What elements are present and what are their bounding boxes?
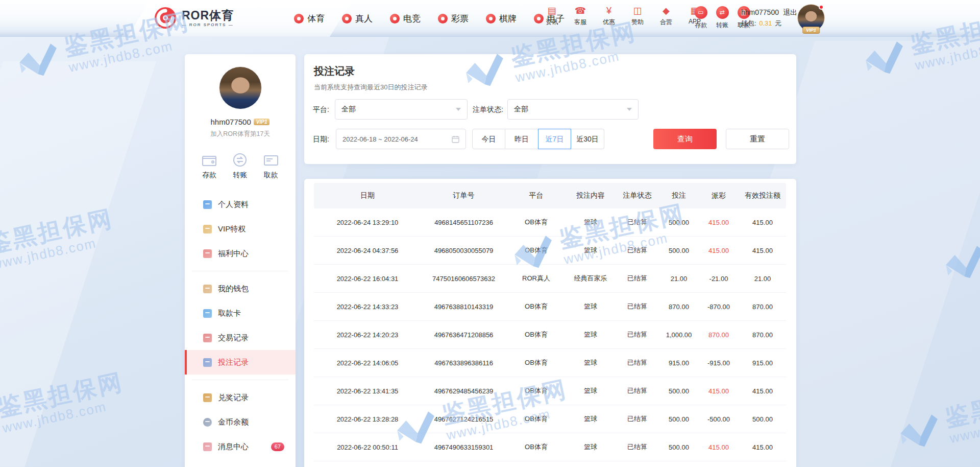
nav-avatar[interactable]: VIP1 <box>797 4 825 32</box>
nav-item-live[interactable]: 真人 <box>342 13 373 25</box>
nav-item-label: 棋牌 <box>499 13 517 25</box>
calendar-icon <box>452 135 459 143</box>
table-row[interactable]: 2022-06-22 16:04:3174750160606573632ROR真… <box>314 265 786 293</box>
cell-bet: 1,000.00 <box>659 331 698 339</box>
sidebar-menu: 个人资料VIP特权福利中心我的钱包取款卡交易记录投注记录兑奖记录金币余额消息中心… <box>185 192 296 459</box>
table-row[interactable]: 2022-06-24 13:29:104968145651107236OB体育篮… <box>314 208 786 237</box>
news-icon: ▤ <box>540 5 564 16</box>
ror-swirl-icon <box>154 7 177 29</box>
user-avatar[interactable] <box>219 66 262 109</box>
sidebar-item-transactions[interactable]: 交易记录 <box>185 325 296 350</box>
reset-button[interactable]: 重置 <box>726 129 789 149</box>
util-item-label: 客服 <box>569 18 592 27</box>
wallet-nav-deposit[interactable]: ▭存款 <box>692 6 709 30</box>
sidebar-item-label: 取款卡 <box>218 309 241 318</box>
sidebar-item-welfare[interactable]: 福利中心 <box>185 241 296 266</box>
table-row[interactable]: 2022-06-22 14:20:234967636471208856OB体育篮… <box>314 321 786 349</box>
cell-bet: 500.00 <box>659 387 698 395</box>
cell-platform: OB体育 <box>506 386 566 395</box>
nav-item-label: 体育 <box>307 13 325 25</box>
util-item-label: 优惠 <box>597 18 621 27</box>
sidebar-item-profile[interactable]: 个人资料 <box>185 192 296 217</box>
bet-records-table-panel: 日期订单号平台投注内容注单状态投注派彩有效投注额 2022-06-24 13:2… <box>304 179 796 467</box>
nav-item-esports[interactable]: 电竞 <box>390 13 421 25</box>
watermark-url: www.jhdb8.com <box>67 34 195 76</box>
service-icon: ☎ <box>569 5 592 16</box>
wallet-nav-transfer[interactable]: ⇄转账 <box>714 6 731 30</box>
nav-item-lottery[interactable]: 彩票 <box>438 13 469 25</box>
range-button-1[interactable]: 昨日 <box>505 129 538 149</box>
search-button[interactable]: 查询 <box>653 129 717 149</box>
sidebar-item-messages[interactable]: 消息中心67 <box>185 434 296 459</box>
watermark-title: 鉴黑担保网 <box>943 380 980 430</box>
cell-status: 已结算 <box>615 274 659 283</box>
logout-link[interactable]: 退出 <box>783 8 797 16</box>
sidebar-item-coin-balance[interactable]: 金币余额 <box>185 410 296 434</box>
cell-date: 2022-06-24 13:29:10 <box>314 219 421 226</box>
page-subtitle: 当前系统支持查询最近30日的投注记录 <box>314 83 427 92</box>
sidebar-quick-actions: 存款转账取款 <box>185 152 296 180</box>
cell-content: 篮球 <box>566 302 615 311</box>
cell-valid_bet: 415.00 <box>739 443 786 451</box>
wallet-unit: 元 <box>775 19 781 27</box>
cell-bet: 915.00 <box>659 359 698 367</box>
watermark-title: 鉴黑担保网 <box>0 206 115 256</box>
chevron-down-icon <box>456 108 461 111</box>
platform-select[interactable]: 全部 <box>335 99 468 120</box>
background-shape <box>0 61 156 467</box>
quick-action-withdraw[interactable]: 取款 <box>260 152 282 180</box>
transactions-icon <box>203 334 212 342</box>
util-item-partner[interactable]: ◆合营 <box>654 5 678 27</box>
table-row[interactable]: 2022-06-22 14:33:234967638810143319OB体育篮… <box>314 293 786 321</box>
quick-action-deposit[interactable]: 存款 <box>198 152 220 180</box>
table-row[interactable]: 2022-06-22 00:50:114967490633159301OB体育篮… <box>314 433 786 461</box>
sidebar-item-bet-records[interactable]: 投注记录 <box>185 350 296 375</box>
quick-action-label: 存款 <box>198 171 220 180</box>
sidebar-item-label: 投注记录 <box>218 358 249 367</box>
bet-records-filter-panel: 投注记录 当前系统支持查询最近30日的投注记录 平台: 全部 注单状态: 全部 … <box>304 54 796 164</box>
util-item-promo[interactable]: ¥优惠 <box>597 5 621 27</box>
column-header-valid_bet: 有效投注额 <box>739 191 786 200</box>
column-header-date: 日期 <box>314 191 421 200</box>
bet-records-icon <box>203 358 212 367</box>
watermark-url: www.jhdb8.com <box>0 231 119 273</box>
site-watermark: 鉴黑担保网www.jhdb8.com <box>939 211 980 289</box>
column-header-payout: 派彩 <box>698 191 739 200</box>
sidebar-item-wallet[interactable]: 我的钱包 <box>185 276 296 301</box>
range-button-2[interactable]: 近7日 <box>538 129 571 149</box>
util-item-service[interactable]: ☎客服 <box>569 5 592 27</box>
sidebar-item-prize-records[interactable]: 兑奖记录 <box>185 385 296 410</box>
util-item-sponsor[interactable]: ◫赞助 <box>626 5 649 27</box>
cell-order_no: 4968145651107236 <box>421 219 506 226</box>
profile-icon <box>203 200 212 209</box>
cell-date: 2022-06-22 16:04:31 <box>314 275 421 283</box>
column-header-bet: 投注 <box>659 191 698 200</box>
util-item-news[interactable]: ▤资讯 <box>540 5 564 27</box>
quick-action-transfer[interactable]: 转账 <box>229 152 251 180</box>
status-select[interactable]: 全部 <box>507 99 639 120</box>
date-range-input[interactable]: 2022-06-18 ~ 2022-06-24 <box>336 129 466 149</box>
quick-range-group: 今日昨日近7日近30日 <box>472 129 604 149</box>
wallet-amount: 0.31 <box>759 19 772 27</box>
menu-divider <box>192 380 288 380</box>
nav-item-sports[interactable]: 体育 <box>294 13 325 25</box>
site-logo[interactable]: ROR体育 — ROR SPORTS — <box>154 7 234 29</box>
sidebar-item-vip[interactable]: VIP特权 <box>185 217 296 241</box>
cell-content: 篮球 <box>566 386 615 395</box>
cell-content: 篮球 <box>566 442 615 452</box>
cell-platform: OB体育 <box>506 442 566 452</box>
cell-bet: 500.00 <box>659 443 698 451</box>
nav-item-chess[interactable]: 棋牌 <box>486 13 517 25</box>
table-row[interactable]: 2022-06-24 04:37:564968050030055079OB体育篮… <box>314 237 786 265</box>
logo-subtitle: — ROR SPORTS — <box>182 22 234 27</box>
cell-status: 已结算 <box>615 386 659 395</box>
table-row[interactable]: 2022-06-22 14:06:054967633896386116OB体育篮… <box>314 349 786 377</box>
nav-item-label: 真人 <box>355 13 373 25</box>
table-row[interactable]: 2022-06-22 13:41:354967629485456239OB体育篮… <box>314 377 786 405</box>
range-button-0[interactable]: 今日 <box>472 129 505 149</box>
page-title: 投注记录 <box>314 64 355 78</box>
range-button-3[interactable]: 近30日 <box>571 129 604 149</box>
table-row[interactable]: 2022-06-22 13:28:284967627124216515OB体育篮… <box>314 405 786 433</box>
cell-status: 已结算 <box>615 218 659 227</box>
sidebar-item-withdraw-card[interactable]: 取款卡 <box>185 301 296 325</box>
